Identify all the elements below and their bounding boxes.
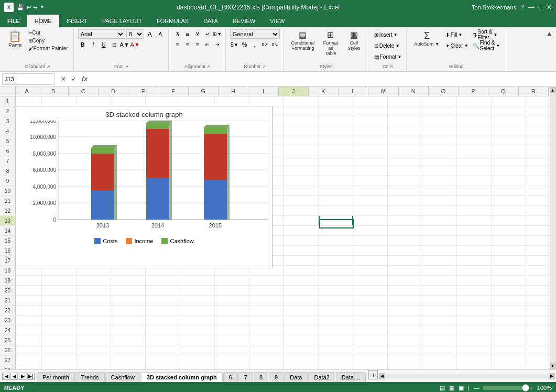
cell-M25[interactable] xyxy=(422,335,457,345)
cell-M22[interactable] xyxy=(422,306,457,315)
cell-L22[interactable] xyxy=(388,306,422,315)
scroll-down-btn[interactable]: ▼ xyxy=(550,363,556,369)
cell-E1[interactable] xyxy=(146,96,180,106)
cell-J11[interactable] xyxy=(319,196,353,205)
sheet-6[interactable]: 6 xyxy=(223,372,238,382)
cell-J19[interactable] xyxy=(319,276,353,285)
cell-H27[interactable] xyxy=(249,355,284,365)
cell-styles-button[interactable]: ▦ CellStyles xyxy=(344,29,364,52)
cell-M13[interactable] xyxy=(422,216,457,225)
cell-N26[interactable] xyxy=(457,345,492,355)
format-as-table-button[interactable]: ⊞ Format asTable xyxy=(318,29,343,58)
cell-I14[interactable] xyxy=(284,226,319,235)
tab-review[interactable]: REVIEW xyxy=(225,15,263,27)
cell-A28[interactable] xyxy=(16,365,42,369)
cell-P19[interactable] xyxy=(526,276,549,285)
cell-N4[interactable] xyxy=(457,126,492,136)
cell-N15[interactable] xyxy=(457,236,492,245)
cell-G1[interactable] xyxy=(215,96,249,106)
cell-N11[interactable] xyxy=(457,196,492,205)
cell-P12[interactable] xyxy=(526,206,549,215)
cell-K18[interactable] xyxy=(353,266,388,275)
cell-J9[interactable] xyxy=(319,176,353,186)
cell-I25[interactable] xyxy=(284,335,319,345)
cell-B27[interactable] xyxy=(42,355,77,365)
cell-L13[interactable] xyxy=(388,216,422,225)
cell-E28[interactable] xyxy=(146,365,180,369)
cell-P11[interactable] xyxy=(526,196,549,205)
cell-P9[interactable] xyxy=(526,176,549,186)
cell-L26[interactable] xyxy=(388,345,422,355)
quick-save-icon[interactable]: 💾 xyxy=(17,4,24,11)
tab-data[interactable]: DATA xyxy=(196,15,225,27)
font-decrease-btn[interactable]: A xyxy=(156,29,165,39)
cell-G21[interactable] xyxy=(215,296,249,305)
cell-M15[interactable] xyxy=(422,236,457,245)
cell-C1[interactable] xyxy=(77,96,111,106)
cell-J3[interactable] xyxy=(319,116,353,126)
cell-J15[interactable] xyxy=(319,236,353,245)
cell-J13[interactable] xyxy=(319,216,353,225)
cell-L10[interactable] xyxy=(388,186,422,195)
cell-M5[interactable] xyxy=(422,136,457,146)
cell-P15[interactable] xyxy=(526,236,549,245)
cell-M21[interactable] xyxy=(422,296,457,305)
cell-H22[interactable] xyxy=(249,306,284,315)
align-middle-btn[interactable]: ≡ xyxy=(183,29,192,39)
cell-A19[interactable] xyxy=(16,276,42,285)
cell-A23[interactable] xyxy=(16,315,42,325)
col-header-d[interactable]: D xyxy=(99,86,128,96)
cell-L28[interactable] xyxy=(388,365,422,369)
cell-D25[interactable] xyxy=(111,335,146,345)
col-header-k[interactable]: K xyxy=(309,86,339,96)
cell-K14[interactable] xyxy=(353,226,388,235)
col-header-h[interactable]: H xyxy=(219,86,248,96)
cell-I10[interactable] xyxy=(284,186,319,195)
align-right-btn[interactable]: ≡ xyxy=(193,40,202,49)
cell-O11[interactable] xyxy=(492,196,526,205)
cell-P5[interactable] xyxy=(526,136,549,146)
align-left-btn[interactable]: ≡ xyxy=(173,40,182,49)
paste-button[interactable]: 📋 Paste xyxy=(5,29,25,50)
cell-O25[interactable] xyxy=(492,335,526,345)
cell-O23[interactable] xyxy=(492,315,526,325)
cell-M20[interactable] xyxy=(422,286,457,295)
cell-O5[interactable] xyxy=(492,136,526,146)
cell-H28[interactable] xyxy=(249,365,284,369)
cell-I27[interactable] xyxy=(284,355,319,365)
col-header-i[interactable]: I xyxy=(248,86,278,96)
cell-E27[interactable] xyxy=(146,355,180,365)
cell-B28[interactable] xyxy=(42,365,77,369)
minimize-btn[interactable]: — xyxy=(528,4,535,11)
sheet-data2[interactable]: Data2 xyxy=(308,372,335,382)
cell-I9[interactable] xyxy=(284,176,319,186)
cell-O10[interactable] xyxy=(492,186,526,195)
cell-O8[interactable] xyxy=(492,166,526,176)
cell-I5[interactable] xyxy=(284,136,319,146)
autosum-button[interactable]: Σ AutoSum ▼ xyxy=(411,29,442,48)
cell-K11[interactable] xyxy=(353,196,388,205)
cell-G19[interactable] xyxy=(215,276,249,285)
cell-E21[interactable] xyxy=(146,296,180,305)
zoom-increase-btn[interactable]: + xyxy=(529,385,532,391)
cell-J21[interactable] xyxy=(319,296,353,305)
cell-P24[interactable] xyxy=(526,325,549,335)
cell-M10[interactable] xyxy=(422,186,457,195)
cell-E22[interactable] xyxy=(146,306,180,315)
merge-btn[interactable]: ⊞▼ xyxy=(213,29,222,39)
cell-C27[interactable] xyxy=(77,355,111,365)
cell-K4[interactable] xyxy=(353,126,388,136)
cell-C24[interactable] xyxy=(77,325,111,335)
cell-K9[interactable] xyxy=(353,176,388,186)
cell-H20[interactable] xyxy=(249,286,284,295)
cell-J6[interactable] xyxy=(319,146,353,156)
zoom-slider[interactable] xyxy=(483,386,525,390)
cell-L7[interactable] xyxy=(388,156,422,166)
find-select-button[interactable]: 🔍 Find &Select ▼ xyxy=(471,40,502,51)
cell-E26[interactable] xyxy=(146,345,180,355)
cell-M6[interactable] xyxy=(422,146,457,156)
cell-N13[interactable] xyxy=(457,216,492,225)
cell-H24[interactable] xyxy=(249,325,284,335)
cell-P28[interactable] xyxy=(526,365,549,369)
cell-K8[interactable] xyxy=(353,166,388,176)
